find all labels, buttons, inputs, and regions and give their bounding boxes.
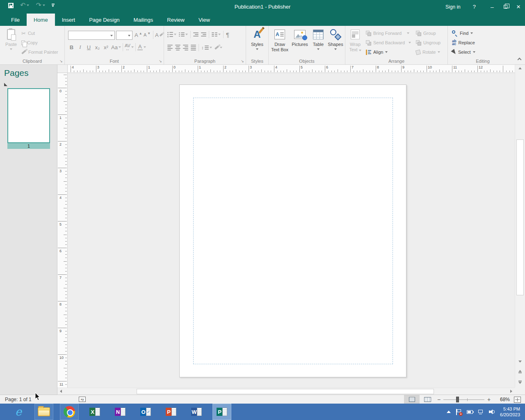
page-indicator[interactable]: Page: 1 of 1 bbox=[5, 397, 32, 402]
zoom-level[interactable]: 68% bbox=[493, 397, 510, 402]
subscript-button[interactable]: x₂ bbox=[94, 43, 101, 51]
horizontal-scrollbar[interactable] bbox=[57, 388, 515, 395]
scroll-right-button[interactable] bbox=[508, 388, 515, 395]
vertical-scroll-thumb[interactable] bbox=[516, 139, 524, 295]
tab-insert[interactable]: Insert bbox=[55, 14, 82, 26]
tab-page-design[interactable]: Page Design bbox=[82, 14, 126, 26]
rotate-button[interactable]: Rotate bbox=[416, 48, 440, 56]
collapse-ribbon-icon[interactable] bbox=[518, 58, 522, 62]
pictures-button[interactable]: Pictures bbox=[290, 28, 310, 47]
taskbar-item-excel[interactable]: X bbox=[85, 404, 104, 420]
font-color-button[interactable]: A bbox=[137, 43, 146, 51]
previous-page-button[interactable] bbox=[515, 367, 525, 376]
ungroup-button[interactable]: Ungroup bbox=[416, 39, 441, 47]
tab-home[interactable]: Home bbox=[27, 14, 55, 26]
taskbar-item-chrome[interactable] bbox=[60, 404, 79, 420]
line-spacing-button[interactable]: ↕ bbox=[201, 45, 212, 50]
minimize-button[interactable]: – bbox=[486, 0, 499, 14]
paste-button[interactable]: Paste bbox=[3, 28, 19, 50]
taskbar-item-outlook[interactable]: O✓ bbox=[136, 404, 155, 420]
wrap-text-button[interactable]: Wrap Text bbox=[347, 28, 363, 52]
align-left-button[interactable] bbox=[167, 45, 173, 50]
horizontal-scroll-thumb[interactable] bbox=[137, 389, 434, 394]
horizontal-ruler[interactable]: 43210123456789101112 bbox=[57, 65, 515, 73]
show-hidden-icons-icon[interactable] bbox=[447, 411, 451, 413]
align-right-button[interactable] bbox=[183, 45, 188, 50]
borders-button[interactable] bbox=[215, 47, 222, 48]
replace-button[interactable]: abac Replace bbox=[452, 39, 475, 47]
taskbar-clock[interactable]: 5:43 PM 6/20/2023 bbox=[500, 406, 522, 418]
undo-button[interactable]: ↶ bbox=[20, 2, 29, 9]
scroll-up-button[interactable] bbox=[515, 65, 525, 72]
taskbar-item-powerpoint[interactable]: P bbox=[162, 404, 180, 420]
canvas[interactable] bbox=[68, 73, 515, 388]
font-size-combo[interactable] bbox=[116, 31, 132, 40]
customize-quick-access-toolbar-button[interactable] bbox=[52, 4, 55, 7]
zoom-slider-thumb[interactable] bbox=[456, 397, 459, 402]
collapse-pane-icon[interactable] bbox=[4, 83, 7, 86]
taskbar-item-file-explorer[interactable] bbox=[34, 404, 53, 420]
scroll-left-button[interactable] bbox=[57, 388, 64, 395]
zoom-in-button[interactable]: + bbox=[485, 396, 493, 403]
italic-button[interactable]: I bbox=[77, 43, 84, 51]
character-spacing-button[interactable]: AV↔ bbox=[125, 43, 134, 51]
columns-button[interactable] bbox=[212, 32, 221, 37]
two-page-spread-button[interactable] bbox=[420, 395, 435, 404]
tab-file[interactable]: File bbox=[4, 14, 27, 26]
taskbar-item-onenote[interactable]: N bbox=[111, 404, 130, 420]
cut-button[interactable]: ✂ Cut bbox=[21, 29, 35, 37]
action-center-icon[interactable]: ✕ bbox=[456, 409, 461, 415]
bold-button[interactable]: B bbox=[68, 43, 75, 51]
copy-button[interactable]: Copy bbox=[21, 39, 38, 47]
format-painter-button[interactable]: Format Painter bbox=[21, 48, 58, 56]
taskbar-item-internet-explorer[interactable]: e bbox=[9, 404, 28, 420]
increase-font-size-button[interactable]: A▲ bbox=[135, 31, 142, 39]
publication-page[interactable] bbox=[179, 84, 406, 377]
save-icon[interactable] bbox=[8, 3, 14, 8]
align-center-button[interactable] bbox=[175, 45, 180, 50]
superscript-button[interactable]: x² bbox=[103, 43, 110, 51]
table-button[interactable]: Table bbox=[310, 28, 327, 50]
network-icon[interactable] bbox=[478, 410, 484, 414]
bring-forward-button[interactable]: Bring Forward bbox=[366, 29, 409, 37]
taskbar-item-publisher[interactable]: P bbox=[212, 404, 231, 420]
align-button[interactable]: Align bbox=[366, 48, 388, 56]
group-button[interactable]: Group bbox=[416, 29, 436, 37]
redo-button[interactable]: ↷ bbox=[36, 2, 45, 9]
show-paragraph-marks-button[interactable]: ¶ bbox=[226, 31, 229, 38]
clipboard-dialog-launcher-icon[interactable]: ↘ bbox=[59, 59, 64, 64]
fit-page-button[interactable] bbox=[514, 397, 521, 403]
shapes-button[interactable]: Shapes bbox=[326, 28, 345, 50]
volume-icon[interactable] bbox=[489, 409, 495, 414]
power-icon[interactable] bbox=[467, 410, 473, 414]
restore-button[interactable] bbox=[499, 0, 512, 14]
tab-view[interactable]: View bbox=[192, 14, 217, 26]
increase-indent-button[interactable] bbox=[201, 32, 206, 37]
page-1-thumbnail[interactable] bbox=[7, 88, 50, 143]
single-page-view-button[interactable] bbox=[404, 395, 420, 404]
page-1-thumbnail-label[interactable]: 1 bbox=[7, 143, 50, 149]
draw-text-box-button[interactable]: A Draw Text Box bbox=[269, 28, 290, 52]
find-button[interactable]: Find bbox=[452, 29, 473, 37]
numbering-button[interactable] bbox=[179, 32, 188, 37]
sign-in-link[interactable]: Sign in bbox=[445, 4, 461, 10]
underline-button[interactable]: U bbox=[85, 43, 92, 51]
vertical-ruler[interactable]: 01234567891011 bbox=[57, 73, 68, 388]
font-dialog-launcher-icon[interactable]: ↘ bbox=[158, 59, 163, 64]
vertical-scrollbar[interactable] bbox=[515, 65, 525, 388]
select-button[interactable]: Select bbox=[452, 48, 475, 56]
close-button[interactable]: × bbox=[512, 0, 525, 14]
zoom-slider[interactable] bbox=[443, 396, 484, 403]
zoom-out-button[interactable]: − bbox=[435, 396, 443, 403]
font-name-combo[interactable] bbox=[68, 31, 115, 40]
paragraph-dialog-launcher-icon[interactable]: ↘ bbox=[240, 59, 245, 64]
send-backward-button[interactable]: Send Backward bbox=[366, 39, 411, 47]
scroll-down-button[interactable] bbox=[515, 358, 525, 365]
tab-mailings[interactable]: Mailings bbox=[127, 14, 160, 26]
change-case-button[interactable]: Aa bbox=[111, 43, 121, 51]
clear-formatting-button[interactable]: A bbox=[155, 31, 163, 39]
taskbar-item-word[interactable]: W bbox=[187, 404, 206, 420]
next-page-button[interactable] bbox=[515, 377, 525, 387]
styles-button[interactable]: A Styles bbox=[248, 28, 266, 50]
justify-button[interactable] bbox=[191, 45, 196, 50]
